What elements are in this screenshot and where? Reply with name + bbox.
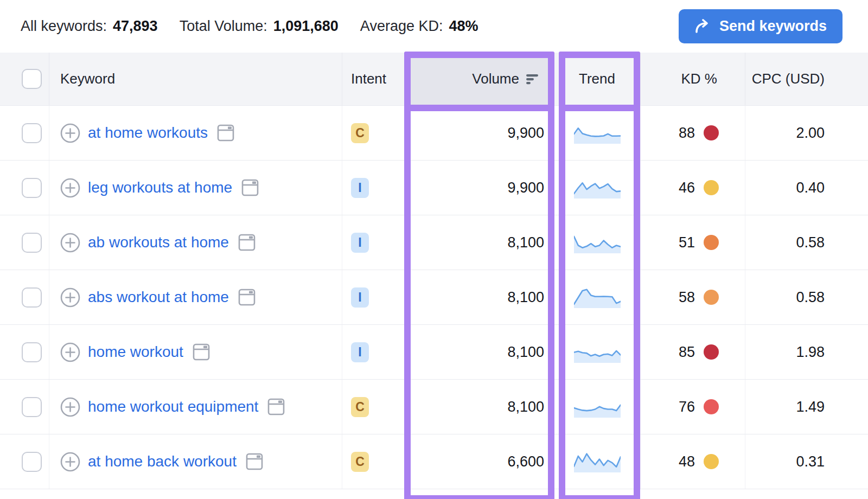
stat-average-kd: Average KD:48% bbox=[360, 18, 478, 35]
send-keywords-button[interactable]: Send keywords bbox=[679, 9, 843, 43]
keyword-link[interactable]: home workout bbox=[88, 343, 183, 361]
keyword-link[interactable]: abs workout at home bbox=[88, 289, 229, 306]
trend-sparkline bbox=[574, 286, 621, 309]
trend-cell bbox=[553, 106, 640, 160]
serp-features-icon[interactable] bbox=[238, 288, 256, 306]
volume-value: 9,900 bbox=[507, 180, 544, 196]
select-all-checkbox[interactable] bbox=[22, 69, 42, 89]
intent-badge: I bbox=[351, 178, 369, 198]
row-checkbox[interactable] bbox=[22, 452, 42, 472]
kd-value: 88 bbox=[679, 125, 695, 142]
intent-cell: I bbox=[342, 270, 404, 324]
cpc-value: 1.98 bbox=[796, 344, 825, 361]
keyword-link[interactable]: at home back workout bbox=[88, 453, 237, 470]
intent-cell: C bbox=[342, 106, 404, 160]
serp-features-icon[interactable] bbox=[267, 398, 285, 416]
kd-difficulty-dot bbox=[704, 344, 719, 360]
table-body: at home workouts C 9,900 88 2.00 bbox=[0, 106, 868, 489]
kd-cell: 85 bbox=[640, 325, 745, 379]
volume-value: 6,600 bbox=[507, 453, 544, 470]
serp-features-icon[interactable] bbox=[238, 233, 256, 252]
cpc-value: 0.31 bbox=[796, 453, 825, 470]
row-checkbox[interactable] bbox=[22, 397, 42, 417]
kd-value: 76 bbox=[679, 399, 695, 415]
trend-cell bbox=[553, 161, 640, 215]
row-checkbox-cell bbox=[0, 161, 49, 215]
kd-header-label: KD % bbox=[681, 71, 717, 87]
serp-features-icon[interactable] bbox=[241, 178, 259, 197]
row-checkbox[interactable] bbox=[22, 123, 42, 143]
table-row: home workout equipment C 8,100 76 1.49 bbox=[0, 380, 868, 434]
table-row: ab workouts at home I 8,100 51 0.58 bbox=[0, 215, 868, 270]
row-checkbox[interactable] bbox=[22, 287, 42, 308]
kd-difficulty-dot bbox=[704, 180, 719, 195]
row-checkbox[interactable] bbox=[22, 342, 42, 362]
trend-cell bbox=[553, 270, 640, 324]
kd-difficulty-dot bbox=[704, 290, 719, 305]
add-keyword-plus-icon[interactable] bbox=[60, 287, 80, 308]
intent-badge: C bbox=[351, 397, 369, 417]
intent-badge: I bbox=[351, 342, 369, 362]
cpc-cell: 0.58 bbox=[745, 215, 868, 270]
cpc-cell: 0.31 bbox=[745, 434, 868, 489]
cpc-cell: 2.00 bbox=[745, 106, 868, 160]
intent-cell: C bbox=[342, 380, 404, 434]
stat-total-volume-label: Total Volume: bbox=[180, 18, 267, 34]
keyword-link[interactable]: ab workouts at home bbox=[88, 234, 229, 251]
column-header-kd[interactable]: KD % bbox=[640, 53, 745, 105]
cpc-value: 0.40 bbox=[796, 180, 825, 196]
volume-cell: 6,600 bbox=[404, 434, 553, 489]
trend-cell bbox=[553, 215, 640, 270]
keyword-header-label: Keyword bbox=[60, 71, 115, 87]
cpc-cell: 0.58 bbox=[745, 270, 868, 324]
volume-value: 9,900 bbox=[507, 125, 544, 142]
add-keyword-plus-icon[interactable] bbox=[60, 397, 80, 417]
volume-value: 8,100 bbox=[507, 344, 544, 361]
add-keyword-plus-icon[interactable] bbox=[60, 342, 80, 362]
table-row: abs workout at home I 8,100 58 0.58 bbox=[0, 270, 868, 325]
volume-cell: 8,100 bbox=[404, 215, 553, 270]
keyword-cell: leg workouts at home bbox=[49, 161, 342, 215]
add-keyword-plus-icon[interactable] bbox=[60, 123, 80, 143]
add-keyword-plus-icon[interactable] bbox=[60, 178, 80, 198]
serp-features-icon[interactable] bbox=[216, 124, 235, 142]
volume-cell: 9,900 bbox=[404, 161, 553, 215]
row-checkbox[interactable] bbox=[22, 233, 42, 253]
column-header-volume[interactable]: Volume bbox=[404, 53, 553, 105]
trend-sparkline bbox=[574, 450, 621, 473]
add-keyword-plus-icon[interactable] bbox=[60, 233, 80, 253]
kd-difficulty-dot bbox=[704, 235, 719, 250]
serp-features-icon[interactable] bbox=[192, 343, 210, 361]
stat-total-volume: Total Volume:1,091,680 bbox=[180, 18, 339, 35]
keyword-link[interactable]: home workout equipment bbox=[88, 398, 258, 415]
column-header-cpc[interactable]: CPC (USD) bbox=[745, 53, 868, 105]
kd-cell: 46 bbox=[640, 161, 745, 215]
keyword-link[interactable]: at home workouts bbox=[88, 124, 208, 142]
trend-cell bbox=[553, 325, 640, 379]
intent-cell: C bbox=[342, 434, 404, 489]
column-header-intent: Intent bbox=[342, 53, 404, 105]
table-header-row: Keyword Intent Volume Trend KD % CPC (US… bbox=[0, 53, 868, 106]
cpc-header-label: CPC (USD) bbox=[752, 71, 825, 87]
row-checkbox-cell bbox=[0, 380, 49, 434]
kd-difficulty-dot bbox=[704, 454, 719, 469]
kd-cell: 51 bbox=[640, 215, 745, 270]
cpc-cell: 0.40 bbox=[745, 161, 868, 215]
keyword-link[interactable]: leg workouts at home bbox=[88, 179, 232, 196]
row-checkbox[interactable] bbox=[22, 178, 42, 198]
serp-features-icon[interactable] bbox=[245, 452, 264, 471]
cpc-value: 0.58 bbox=[796, 289, 825, 306]
kd-value: 58 bbox=[679, 289, 695, 306]
intent-badge: C bbox=[351, 123, 369, 143]
intent-cell: I bbox=[342, 215, 404, 270]
cpc-cell: 1.49 bbox=[745, 380, 868, 434]
keyword-cell: home workout bbox=[49, 325, 342, 379]
kd-value: 46 bbox=[679, 180, 695, 196]
add-keyword-plus-icon[interactable] bbox=[60, 452, 80, 472]
volume-cell: 8,100 bbox=[404, 380, 553, 434]
kd-difficulty-dot bbox=[704, 399, 719, 414]
trend-sparkline bbox=[574, 121, 621, 144]
stat-average-kd-label: Average KD: bbox=[360, 18, 443, 34]
row-checkbox-cell bbox=[0, 215, 49, 270]
stat-total-volume-value: 1,091,680 bbox=[273, 18, 339, 34]
